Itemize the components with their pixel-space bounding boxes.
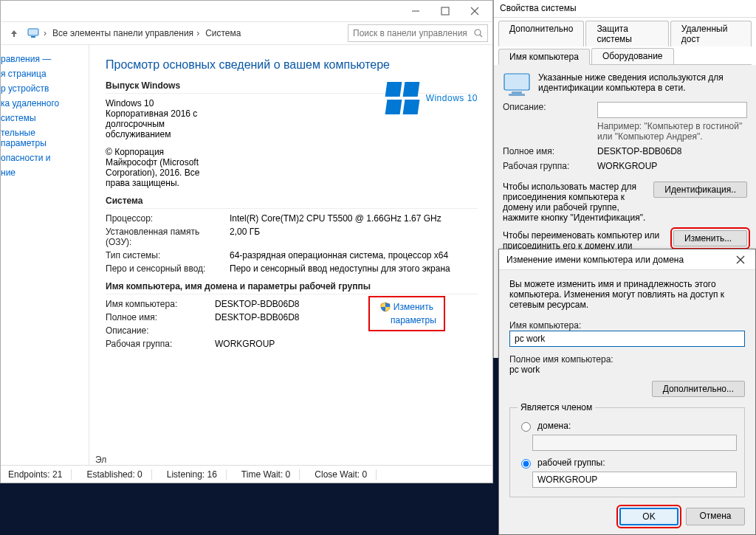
status-timewait: Time Wait: 0	[241, 469, 300, 480]
brand-text: Windows 10	[426, 93, 478, 103]
fqdn-label: Полное имя:	[106, 312, 209, 322]
domain-radio-label: домена:	[537, 421, 571, 431]
status-bar: Endpoints: 21 Established: 0 Listening: …	[1, 465, 492, 483]
props-ident-help: Чтобы использовать мастер для присоедине…	[503, 182, 646, 223]
props-tabs: Дополнительно Защита системы Удаленный д…	[494, 18, 756, 65]
tab-computer-name[interactable]: Имя компьютера	[498, 49, 590, 65]
windows-brand: Windows 10	[386, 82, 478, 114]
nav-advanced[interactable]: тельные параметры	[1, 128, 83, 148]
more-button[interactable]: Дополнительно...	[652, 381, 745, 397]
cpu-value: Intel(R) Core(TM)2 CPU T5500 @ 1.66GHz 1…	[230, 213, 478, 224]
minimize-button[interactable]	[401, 1, 430, 21]
cancel-button[interactable]: Отмена	[686, 508, 745, 525]
close-button[interactable]	[460, 1, 489, 21]
chevron-right-icon: ›	[44, 28, 49, 38]
chevron-right-icon: ›	[196, 28, 202, 38]
workgroup-input[interactable]	[532, 472, 737, 488]
systype-value: 64-разрядная операционная система, проце…	[230, 250, 478, 260]
shield-uac-icon	[380, 302, 391, 312]
section-domain: Имя компьютера, имя домена и параметры р…	[106, 281, 478, 294]
nav-protect[interactable]: системы	[1, 113, 83, 123]
svg-rect-9	[512, 92, 522, 94]
props-title: Свойства системы	[494, 0, 756, 18]
workgroup-radio[interactable]	[521, 459, 531, 469]
system-icon	[27, 27, 39, 39]
workgroup-label: Рабочая группа:	[106, 339, 209, 349]
props-desc-label: Описание:	[503, 102, 591, 112]
props-wg-value: WORKGROUP	[597, 161, 747, 171]
nav-seealso2[interactable]: ние	[1, 168, 83, 178]
rename-title-text: Изменение имени компьютера или домена	[506, 255, 684, 265]
desc-label: Описание:	[106, 325, 209, 336]
rename-fqdn-value: pc work	[509, 365, 745, 375]
tab-remote[interactable]: Удаленный дост	[670, 21, 752, 46]
system-grid: Процессор: Intel(R) Core(TM)2 CPU T5500 …	[106, 213, 478, 274]
computer-name-input[interactable]	[509, 331, 745, 347]
change-button[interactable]: Изменить...	[673, 230, 747, 246]
fqdn-value: DESKTOP-BDB06D8	[215, 312, 362, 322]
control-panel-system-window: › Все элементы панели управления › Систе…	[0, 0, 493, 483]
props-wg-label: Рабочая группа:	[503, 161, 591, 171]
dialog-button-row: OK Отмена	[499, 502, 755, 534]
address-bar: › Все элементы панели управления › Систе…	[1, 21, 492, 45]
breadcrumb: › Все элементы панели управления › Систе…	[44, 28, 241, 38]
maximize-button[interactable]	[430, 1, 460, 21]
nav-device-manager[interactable]: р устройств	[1, 83, 83, 94]
systype-label: Тип системы:	[106, 250, 224, 260]
props-info-text: Указанные ниже сведения используются для…	[538, 72, 747, 93]
rename-body: Вы можете изменить имя и принадлежность …	[499, 270, 755, 502]
main-body: равления — я страница р устройств ка уда…	[1, 45, 492, 465]
page-title: Просмотр основных сведений о вашем компь…	[106, 58, 478, 72]
cname-label: Имя компьютера:	[106, 299, 209, 309]
member-of-group: Является членом домена: рабочей группы:	[509, 407, 745, 497]
computer-icon	[503, 72, 531, 97]
nav-remote[interactable]: ка удаленного	[1, 98, 83, 108]
change-settings-link[interactable]: Изменить параметры	[371, 299, 442, 328]
search-input[interactable]: Поиск в панели управления	[348, 24, 488, 42]
tab-hardware[interactable]: Оборудование	[591, 48, 674, 64]
ok-button[interactable]: OK	[619, 508, 678, 525]
rename-fqdn-label: Полное имя компьютера:	[509, 354, 745, 365]
rename-close-button[interactable]	[730, 251, 751, 269]
tab-protect[interactable]: Защита системы	[585, 21, 668, 46]
cname-value: DESKTOP-BDB06D8	[215, 299, 362, 309]
partial-text-el: Эл	[95, 455, 106, 465]
svg-rect-4	[28, 29, 38, 35]
up-button[interactable]	[5, 28, 23, 38]
rename-titlebar: Изменение имени компьютера или домена	[499, 249, 755, 270]
status-endpoints: Endpoints: 21	[8, 469, 72, 480]
props-fqdn-label: Полное имя:	[503, 146, 591, 156]
breadcrumb-leaf[interactable]: Система	[205, 28, 241, 38]
rename-computer-dialog: Изменение имени компьютера или домена Вы…	[498, 249, 756, 535]
props-desc-example: Например: "Компьютер в гостиной" или "Ко…	[597, 121, 747, 142]
ram-value: 2,00 ГБ	[230, 227, 478, 247]
computer-name-pane: Указанные ниже сведения используются для…	[494, 65, 756, 269]
search-icon	[474, 29, 483, 38]
svg-rect-1	[441, 7, 449, 15]
svg-point-6	[475, 30, 481, 35]
ram-label: Установленная память (ОЗУ):	[106, 227, 224, 247]
tab-advanced[interactable]: Дополнительно	[498, 21, 584, 46]
svg-line-7	[480, 35, 482, 37]
member-of-legend: Является членом	[518, 402, 595, 413]
domain-grid: Имя компьютера: DESKTOP-BDB06D8 Полное и…	[106, 299, 362, 349]
domain-input	[532, 435, 737, 451]
rename-name-label: Имя компьютера:	[509, 320, 745, 331]
svg-rect-8	[504, 74, 529, 90]
props-fqdn-value: DESKTOP-BDB06D8	[597, 146, 747, 156]
nav-seealso1[interactable]: опасности и	[1, 153, 83, 163]
status-established: Established: 0	[86, 469, 151, 480]
breadcrumb-root[interactable]: Все элементы панели управления	[52, 28, 193, 38]
svg-rect-10	[509, 94, 525, 96]
edition-text: Windows 10 Корпоративная 2016 с долгосро…	[106, 98, 235, 188]
section-system: Система	[106, 196, 478, 209]
identify-button[interactable]: Идентификация..	[653, 182, 747, 198]
nav-home[interactable]: равления —	[1, 54, 83, 64]
domain-radio[interactable]	[521, 422, 531, 432]
rename-lead: Вы можете изменить имя и принадлежность …	[509, 279, 745, 310]
cpu-label: Процессор:	[106, 213, 224, 224]
nav-home2[interactable]: я страница	[1, 69, 83, 79]
svg-rect-5	[31, 36, 35, 38]
props-desc-input[interactable]	[597, 102, 747, 118]
change-settings-link-l1: Изменить	[394, 302, 433, 312]
